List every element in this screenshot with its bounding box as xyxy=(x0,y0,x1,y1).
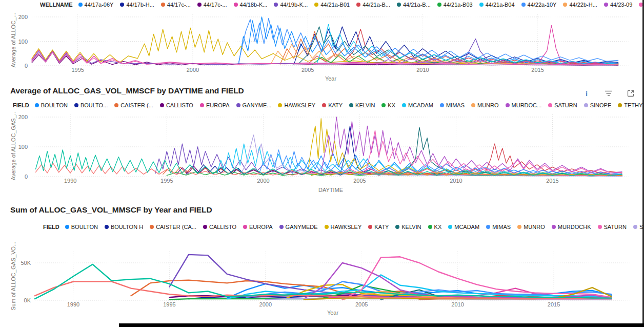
legend-item-katy[interactable]: KATY xyxy=(368,224,389,230)
x-axis-title: Year xyxy=(325,75,337,82)
legend-item-label: 44/22a-10Y xyxy=(528,2,557,8)
legend-item-boulto-[interactable]: BOULTO... xyxy=(74,102,108,108)
legend-item-kx[interactable]: KX xyxy=(381,102,395,108)
legend-dot xyxy=(368,225,372,229)
legend-item-kelvin[interactable]: KELVIN xyxy=(395,224,421,230)
legend-dot xyxy=(584,103,588,107)
legend-item-mimas[interactable]: MIMAS xyxy=(440,102,465,108)
legend-item-hawksley[interactable]: HAWKSLEY xyxy=(278,102,315,108)
legend-item-label: KELVIN xyxy=(355,102,375,108)
series-line-44-22a-10y[interactable] xyxy=(239,18,618,62)
legend-dot xyxy=(65,225,69,229)
legend-item-label: MURDOC... xyxy=(512,102,542,108)
legend-item-kx[interactable]: KX xyxy=(428,224,442,230)
legend-dot xyxy=(349,103,353,107)
legend-item-kelvin[interactable]: KELVIN xyxy=(349,102,375,108)
series-line-murdochk[interactable] xyxy=(321,117,622,173)
y-tick-label: 0K xyxy=(24,297,31,303)
legend-item-label: MIMAS xyxy=(492,224,511,230)
visual-header: i xyxy=(582,89,635,98)
legend-item-44-22a-10y[interactable]: 44/22a-10Y xyxy=(521,2,557,8)
legend-item-saturn[interactable]: SATURN xyxy=(598,224,627,230)
legend-item-caister-[interactable]: CAISTER (... xyxy=(114,102,153,108)
legend-item-boulton-h[interactable]: BOULTON H xyxy=(105,224,143,230)
legend-item-katy[interactable]: KATY xyxy=(322,102,343,108)
legend-item-44-21a-b03[interactable]: 44/21a-B03 xyxy=(437,2,473,8)
legend-item-44-21a-b01[interactable]: 44/21a-B01 xyxy=(314,2,350,8)
legend-item-44-17c-[interactable]: 44/17c-... xyxy=(161,2,191,8)
wellname-plot-area[interactable]: 199520002005201020150100200Average of AL… xyxy=(0,9,644,85)
focus-mode-icon[interactable] xyxy=(627,89,635,98)
field-daytime-plot-area[interactable]: 1990199520002005201020150100200Average o… xyxy=(0,112,644,200)
legend-item-label: HAWKSLEY xyxy=(284,102,315,108)
legend-item-tethys[interactable]: TETHYS xyxy=(618,102,644,108)
legend-dot xyxy=(356,3,360,7)
legend-dot xyxy=(395,225,399,229)
legend-item-sinope[interactable]: SINOPE xyxy=(584,102,612,108)
legend-item-label: MUNRO xyxy=(477,102,499,108)
legend-item-44-18b-k-[interactable]: 44/18b-K... xyxy=(234,2,268,8)
legend-item-munro[interactable]: MUNRO xyxy=(517,224,545,230)
legend-dot xyxy=(120,3,124,7)
legend-dot xyxy=(197,3,202,7)
legend-item-callisto[interactable]: CALLISTO xyxy=(203,224,236,230)
legend-item-44-21a-b-[interactable]: 44/21a-B... xyxy=(356,2,390,8)
legend-item-europa[interactable]: EUROPA xyxy=(200,102,230,108)
legend-item-caister-ca-[interactable]: CAISTER (CA... xyxy=(150,224,196,230)
legend-item-label: KX xyxy=(388,102,395,108)
legend-item-europa[interactable]: EUROPA xyxy=(243,224,273,230)
x-tick-label: 2005 xyxy=(301,67,314,73)
legend-item-label: BOULTON xyxy=(71,224,98,230)
legend-item-44-19b-k-[interactable]: 44/19b-K... xyxy=(274,2,308,8)
legend-item-murdochk[interactable]: MURDOCHK xyxy=(552,224,591,230)
legend-dot xyxy=(402,103,406,107)
legend-item-44-23-09[interactable]: 44/23-09 xyxy=(604,2,632,8)
legend-item-munro[interactable]: MUNRO xyxy=(471,102,499,108)
legend-dot xyxy=(471,103,475,107)
legend-item-label: 44/22b-H... xyxy=(569,2,597,8)
legend-item-mimas[interactable]: MIMAS xyxy=(486,224,511,230)
legend-item-44-22b-h-[interactable]: 44/22b-H... xyxy=(563,2,597,8)
y-tick-label: 200 xyxy=(18,114,28,120)
series-line-kelvin[interactable] xyxy=(379,127,622,175)
legend-item-saturn[interactable]: SATURN xyxy=(548,102,577,108)
filter-icon[interactable] xyxy=(605,89,613,98)
legend-item-callisto[interactable]: CALLISTO xyxy=(160,102,193,108)
legend-item-44-17b-h-[interactable]: 44/17b-H... xyxy=(120,2,154,8)
legend-item-mcadam[interactable]: MCADAM xyxy=(448,224,479,230)
legend-item-ganyme-[interactable]: GANYME... xyxy=(236,102,272,108)
series-line-44-17b-h[interactable] xyxy=(294,27,618,65)
legend-item-label: CALLISTO xyxy=(209,224,236,230)
legend-item-hawksley[interactable]: HAWKSLEY xyxy=(325,224,362,230)
legend-item-label: GANYMEDE xyxy=(286,224,318,230)
legend-item-44-21a-b04[interactable]: 44/21a-B04 xyxy=(479,2,515,8)
legend-dot xyxy=(203,225,207,229)
legend-item-boulton[interactable]: BOULTON xyxy=(35,102,68,108)
legend-dot xyxy=(150,225,154,229)
legend-item-label: MUNRO xyxy=(524,224,545,230)
legend-item-label: 44/17a-06Y xyxy=(85,2,114,8)
legend-item-ganymede[interactable]: GANYMEDE xyxy=(279,224,318,230)
legend-item-label: MIMAS xyxy=(446,102,465,108)
x-tick-label: 2000 xyxy=(187,67,199,73)
series-line-44-21a-b04[interactable] xyxy=(317,24,618,64)
legend-item-boulton[interactable]: BOULTON xyxy=(65,224,98,230)
field-year-plot-area[interactable]: 1990199520002005201020150K50KSum of ALLO… xyxy=(0,235,644,320)
series-line-saturn[interactable] xyxy=(366,130,622,173)
info-icon[interactable]: i xyxy=(582,89,591,98)
legend-item-mcadam[interactable]: MCADAM xyxy=(402,102,433,108)
wellname-chart-visual: WELLNAME44/17a-06Y44/17b-H...44/17c-...4… xyxy=(0,0,644,85)
legend-item-murdoc-[interactable]: MURDOC... xyxy=(506,102,542,108)
window-bottom-bar xyxy=(119,323,644,327)
legend-item-label: KATY xyxy=(374,224,389,230)
legend-dot xyxy=(604,3,608,7)
legend-dot xyxy=(552,225,556,229)
legend-dot xyxy=(200,103,204,107)
legend-item-44-17a-06y[interactable]: 44/17a-06Y xyxy=(78,2,114,8)
legend-item-44-17c-[interactable]: 44/17c-... xyxy=(197,2,227,8)
legend-item-44-21a-b-[interactable]: 44/21a-B... xyxy=(397,2,431,8)
legend-dot xyxy=(548,103,552,107)
y-tick-label: 0 xyxy=(25,63,28,69)
legend-item-label: 44/17c-... xyxy=(204,2,227,8)
legend-dot xyxy=(397,3,401,7)
